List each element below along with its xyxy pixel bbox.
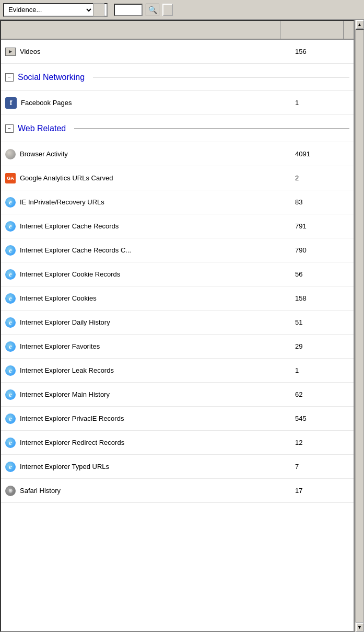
- row-name-cell: Internet Explorer Cache Records: [1, 221, 291, 232]
- facebook-icon: f: [5, 97, 17, 109]
- row-count: 17: [291, 487, 354, 495]
- col-artifacts-header: [1, 21, 280, 39]
- ie-icon: [5, 269, 16, 280]
- table-row[interactable]: Internet Explorer Typed URLs 7: [1, 455, 354, 479]
- table-row[interactable]: Internet Explorer Leak Records 1: [1, 359, 354, 383]
- row-count: 29: [291, 342, 354, 350]
- table-row[interactable]: Internet Explorer Favorites 29: [1, 335, 354, 359]
- ie-icon: [5, 293, 16, 304]
- row-name-cell: GA Google Analytics URLs Carved: [1, 173, 291, 183]
- row-name-cell: Internet Explorer Cookie Records: [1, 269, 291, 280]
- table-row[interactable]: Internet Explorer Cookies 158: [1, 286, 354, 311]
- table-row[interactable]: Internet Explorer Cache Records 791: [1, 214, 354, 238]
- search-icon: 🔍: [148, 6, 157, 14]
- table-row[interactable]: Internet Explorer Cache Records C... 790: [1, 238, 354, 262]
- row-count: 51: [291, 318, 354, 326]
- evidence-select[interactable]: Evidence...: [4, 4, 93, 16]
- row-name: Internet Explorer Favorites: [20, 342, 100, 350]
- row-name-cell: Internet Explorer Favorites: [1, 341, 291, 352]
- row-count: 7: [291, 463, 354, 470]
- row-count: 62: [291, 390, 354, 398]
- row-name-cell: Internet Explorer Daily History: [1, 317, 291, 328]
- row-count: 545: [291, 415, 354, 422]
- row-count: 156: [291, 48, 354, 55]
- row-name: IE InPrivate/Recovery URLs: [20, 198, 104, 206]
- row-name: Safari History: [20, 487, 61, 495]
- row-count: 1: [291, 99, 354, 107]
- ie-icon: [5, 245, 16, 256]
- collapse-button[interactable]: −: [5, 73, 14, 82]
- table-row[interactable]: Internet Explorer Redirect Records 12: [1, 431, 354, 455]
- row-name: Internet Explorer Cache Records: [20, 222, 119, 230]
- row-name-cell: Browser Activity: [1, 149, 291, 159]
- row-count: 790: [291, 246, 354, 254]
- section-title: Web Related: [18, 124, 66, 133]
- row-name: Google Analytics URLs Carved: [20, 174, 113, 182]
- collapse-button[interactable]: −: [5, 124, 14, 133]
- table-area: ▶ Videos 156 − Social Networking f Faceb…: [0, 20, 355, 632]
- section-title: Social Networking: [18, 73, 85, 82]
- table-row[interactable]: ⊕ Safari History 17: [1, 479, 354, 503]
- row-name: Internet Explorer Leak Records: [20, 366, 114, 374]
- table-row[interactable]: Internet Explorer Cookie Records 56: [1, 262, 354, 286]
- row-name-cell: IE InPrivate/Recovery URLs: [1, 197, 291, 208]
- row-name: Internet Explorer Cookies: [20, 294, 97, 302]
- ie-icon: [5, 438, 16, 448]
- browser-dot-icon: [5, 149, 16, 159]
- row-name: Internet Explorer Cookie Records: [20, 270, 120, 278]
- row-count: 83: [291, 198, 354, 206]
- row-count: 791: [291, 222, 354, 230]
- row-name: Videos: [20, 48, 41, 55]
- table-row[interactable]: ▶ Videos 156: [1, 40, 354, 64]
- sort-button[interactable]: [343, 21, 354, 39]
- section-header-row: − Web Related: [1, 115, 354, 142]
- table-row[interactable]: Browser Activity 4091: [1, 142, 354, 166]
- section-header-row: − Social Networking: [1, 64, 354, 91]
- row-name: Internet Explorer Daily History: [20, 318, 110, 326]
- search-button[interactable]: 🔍: [146, 4, 159, 16]
- row-name: Internet Explorer Main History: [20, 390, 110, 398]
- table-row[interactable]: GA Google Analytics URLs Carved 2: [1, 166, 354, 190]
- scroll-track[interactable]: [356, 29, 364, 623]
- evidence-dropdown-btn[interactable]: [93, 3, 104, 17]
- row-name-cell: Internet Explorer PrivaclE Records: [1, 413, 291, 424]
- row-count: 12: [291, 439, 354, 446]
- ie-icon: [5, 462, 16, 472]
- table-body: ▶ Videos 156 − Social Networking f Faceb…: [1, 40, 354, 631]
- section-divider: [93, 77, 349, 77]
- ie-icon: [5, 221, 16, 232]
- row-name: Internet Explorer Typed URLs: [20, 463, 109, 470]
- safari-icon: ⊕: [5, 486, 16, 496]
- google-analytics-icon: GA: [5, 173, 16, 183]
- ie-icon: [5, 389, 16, 400]
- section-header-content: − Social Networking: [5, 73, 349, 82]
- row-name-cell: ▶ Videos: [1, 47, 291, 57]
- table-row[interactable]: IE InPrivate/Recovery URLs 83: [1, 190, 354, 214]
- row-count: 4091: [291, 150, 354, 158]
- row-name-cell: Internet Explorer Redirect Records: [1, 438, 291, 448]
- row-name: Browser Activity: [20, 150, 68, 158]
- table-row[interactable]: Internet Explorer Daily History 51: [1, 311, 354, 335]
- section-header-content: − Web Related: [5, 124, 349, 133]
- ie-icon: [5, 197, 16, 208]
- table-row[interactable]: f Facebook Pages 1: [1, 91, 354, 115]
- ie-icon: [5, 341, 16, 352]
- row-name-cell: f Facebook Pages: [1, 97, 291, 109]
- table-row[interactable]: Internet Explorer PrivaclE Records 545: [1, 407, 354, 431]
- row-name: Internet Explorer Cache Records C...: [20, 246, 131, 254]
- default-button[interactable]: [162, 4, 173, 16]
- row-count: 158: [291, 294, 354, 302]
- section-divider: [74, 128, 349, 129]
- row-name-cell: ⊕ Safari History: [1, 486, 291, 496]
- scrollbar: ▲ ▼: [355, 20, 364, 632]
- scroll-up-btn[interactable]: ▲: [356, 20, 364, 29]
- row-name-cell: Internet Explorer Leak Records: [1, 365, 291, 376]
- row-name: Internet Explorer Redirect Records: [20, 439, 124, 446]
- scroll-down-btn[interactable]: ▼: [356, 623, 364, 632]
- goto-input[interactable]: [114, 4, 143, 16]
- row-count: 56: [291, 270, 354, 278]
- row-count: 2: [291, 174, 354, 182]
- evidence-select-wrap[interactable]: Evidence...: [3, 3, 108, 17]
- table-row[interactable]: Internet Explorer Main History 62: [1, 383, 354, 407]
- ie-icon: [5, 413, 16, 424]
